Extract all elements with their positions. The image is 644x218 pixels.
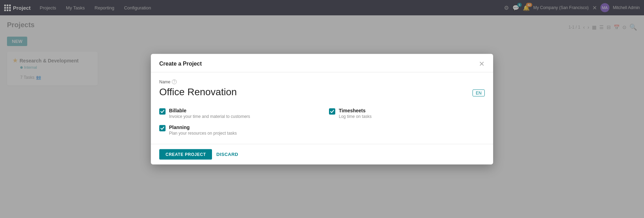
timesheets-text: Timesheets Log time on tasks	[339, 107, 372, 119]
timesheets-desc: Log time on tasks	[339, 114, 372, 119]
billable-text: Billable Invoice your time and material …	[169, 107, 250, 119]
billable-checkbox[interactable]	[159, 108, 166, 114]
project-name-input[interactable]	[159, 85, 467, 100]
planning-option: Planning Plan your resources on project …	[159, 124, 315, 135]
create-project-modal: Create a Project ✕ Name ? EN Billable In…	[151, 54, 493, 164]
timesheets-label: Timesheets	[339, 107, 372, 113]
language-badge[interactable]: EN	[473, 90, 485, 97]
planning-text: Planning Plan your resources on project …	[169, 124, 237, 135]
planning-label: Planning	[169, 124, 237, 130]
help-icon[interactable]: ?	[172, 79, 177, 84]
discard-button[interactable]: DISCARD	[216, 152, 238, 157]
timesheets-checkbox[interactable]	[329, 108, 335, 114]
modal-title: Create a Project	[159, 60, 202, 67]
timesheets-option: Timesheets Log time on tasks	[329, 107, 485, 119]
name-field-label: Name ?	[159, 79, 485, 84]
billable-option: Billable Invoice your time and material …	[159, 107, 315, 119]
modal-close-button[interactable]: ✕	[479, 60, 485, 67]
modal-body: Name ? EN Billable Invoice your time and…	[151, 72, 493, 144]
planning-checkbox[interactable]	[159, 125, 166, 131]
options-grid: Billable Invoice your time and material …	[159, 107, 485, 135]
planning-desc: Plan your resources on project tasks	[169, 130, 237, 135]
modal-header: Create a Project ✕	[151, 54, 493, 72]
project-name-row: EN	[159, 85, 485, 100]
create-project-button[interactable]: CREATE PROJECT	[159, 149, 212, 159]
billable-desc: Invoice your time and material to custom…	[169, 114, 250, 119]
modal-footer: CREATE PROJECT DISCARD	[151, 144, 493, 164]
billable-label: Billable	[169, 107, 250, 113]
